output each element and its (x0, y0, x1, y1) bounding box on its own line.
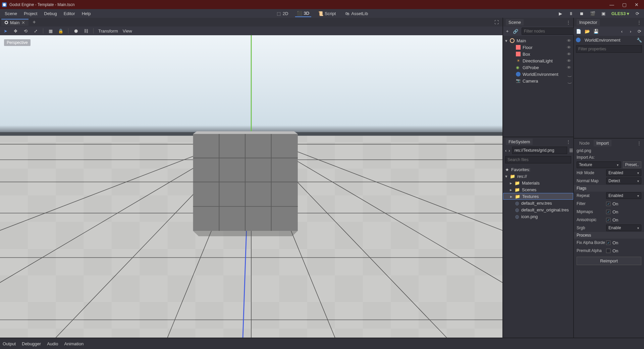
inspector-tab[interactable]: Inspector (577, 19, 600, 26)
visibility-icon[interactable]: 👁 (567, 58, 571, 63)
visibility-icon[interactable]: 👁 (567, 65, 571, 70)
reimport-button[interactable]: Reimport (577, 257, 641, 265)
scale-tool[interactable]: ⤢ (33, 28, 38, 34)
import-tab[interactable]: Import (594, 140, 611, 146)
fs-root[interactable]: ▾📁res:// (503, 173, 573, 180)
pause-button[interactable]: ⏸ (569, 11, 574, 16)
checkbox[interactable] (606, 249, 610, 253)
bottom-debugger[interactable]: Debugger (22, 341, 41, 346)
save-resource-icon[interactable]: 💾 (593, 29, 599, 34)
scene-node-camera[interactable]: 📷Camera‿ (503, 78, 573, 84)
fs-search-input[interactable] (505, 156, 571, 163)
minimize-button[interactable]: — (609, 2, 614, 7)
inspector-object-row[interactable]: WorldEnvironment 🔧 (574, 36, 644, 44)
scene-node-giprobe[interactable]: ◉GIProbe👁 (503, 64, 573, 71)
renderer-dropdown[interactable]: GLES3 ▾ (611, 11, 629, 16)
select-tool[interactable]: ➤ (3, 28, 8, 34)
workspace-2d[interactable]: ⬚2D (274, 10, 290, 17)
preset-button[interactable]: Preset.. (623, 161, 641, 168)
transform-menu[interactable]: Transform (98, 29, 118, 34)
scene-node-worldenvironment[interactable]: WorldEnvironment‿ (503, 71, 573, 78)
stop-button[interactable]: ⏹ (579, 11, 585, 16)
camera-override-icon[interactable]: ⬢ (73, 28, 78, 34)
snap-toggle[interactable]: 🔒 (58, 28, 63, 34)
dropdown[interactable]: Enabled (606, 192, 641, 199)
video-driver-icon[interactable]: ⟳ (635, 11, 640, 16)
viewport-3d[interactable]: Perspective (0, 35, 502, 338)
scene-node-box[interactable]: Box👁 (503, 51, 573, 57)
dropdown[interactable]: Enable (606, 225, 641, 231)
distraction-free-icon[interactable]: ⛶ (494, 19, 499, 25)
history-back-icon[interactable]: ‹ (619, 29, 625, 34)
visibility-icon[interactable]: 👁 (567, 52, 571, 57)
local-space-toggle[interactable]: ▦ (48, 28, 53, 34)
tool-icon[interactable]: 🔧 (637, 38, 642, 43)
menu-help[interactable]: Help (78, 11, 94, 16)
close-button[interactable]: ✕ (635, 2, 639, 7)
menu-debug[interactable]: Debug (41, 11, 60, 16)
fs-back-icon[interactable]: ‹ (505, 148, 506, 153)
rotate-tool[interactable]: ⟲ (23, 28, 28, 34)
history-menu-icon[interactable]: ⟳ (637, 29, 642, 34)
new-tab-button[interactable]: + (30, 19, 38, 25)
scene-node-main[interactable]: ▾Main👁 (503, 37, 573, 44)
bottom-animation[interactable]: Animation (64, 341, 84, 346)
filesystem-menu-icon[interactable]: ⋮ (566, 139, 571, 144)
load-resource-icon[interactable]: 📂 (585, 29, 590, 34)
visibility-icon[interactable]: 👁 (567, 38, 571, 43)
menu-editor[interactable]: Editor (60, 11, 78, 16)
play-custom-button[interactable]: ▣ (601, 11, 606, 16)
checkbox[interactable] (606, 210, 610, 214)
move-tool[interactable]: ✥ (13, 28, 18, 34)
node-tab[interactable]: Node (577, 140, 592, 146)
dropdown[interactable]: Enabled (606, 169, 641, 176)
add-node-icon[interactable]: ＋ (505, 29, 509, 34)
fs-view-mode-icon[interactable]: ☰ (569, 148, 573, 153)
scene-tree[interactable]: ▾Main👁Floor👁Box👁☀DirectionalLight👁◉GIPro… (503, 36, 573, 137)
filesystem-tab[interactable]: FileSystem (506, 139, 533, 145)
new-resource-icon[interactable]: 📄 (576, 29, 581, 34)
perspective-badge[interactable]: Perspective (4, 39, 31, 46)
close-tab-icon[interactable]: ✕ (21, 20, 25, 25)
scene-node-directionallight[interactable]: ☀DirectionalLight👁 (503, 57, 573, 64)
checkbox[interactable] (606, 241, 610, 245)
inspector-menu-icon[interactable]: ⋮ (637, 20, 641, 25)
bottom-output[interactable]: Output (3, 341, 16, 346)
fs-file-default_env-tres[interactable]: ◎default_env.tres (503, 200, 573, 206)
workspace-script[interactable]: 📜Script (316, 10, 338, 17)
listen-icon[interactable]: ⛓ (83, 28, 89, 34)
workspace-3d[interactable]: ⬛3D (295, 10, 311, 17)
scene-panel-menu-icon[interactable]: ⋮ (566, 20, 571, 25)
checkbox[interactable] (606, 218, 610, 222)
fs-path-input[interactable] (512, 147, 567, 154)
workspace-assetlib[interactable]: 🛍AssetLib (342, 10, 370, 17)
scene-node-floor[interactable]: Floor👁 (503, 44, 573, 51)
instance-icon[interactable]: 🔗 (513, 29, 518, 34)
view-menu[interactable]: View (123, 29, 132, 34)
fs-file-icon-png[interactable]: ◎icon.png (503, 213, 573, 220)
fs-folder-textures[interactable]: ▸📁Textures (503, 193, 573, 200)
filter-properties-input[interactable] (576, 45, 642, 53)
fs-folder-materials[interactable]: ▸📁Materials (503, 180, 573, 186)
preview-icon[interactable]: ‿ (568, 72, 571, 77)
menu-project[interactable]: Project (20, 11, 41, 16)
scene-tab-main[interactable]: Main ✕ (1, 19, 29, 26)
fs-favorites[interactable]: ★Favorites: (503, 166, 573, 173)
preview-icon[interactable]: ‿ (568, 79, 571, 84)
dropdown[interactable]: Detect (606, 178, 641, 184)
fs-tree[interactable]: ★Favorites:▾📁res://▸📁Materials▸📁Scenes▸📁… (503, 165, 573, 338)
fs-file-default_env_original-tres[interactable]: ◎default_env_original.tres (503, 206, 573, 213)
bottom-audio[interactable]: Audio (47, 341, 58, 346)
fs-forward-icon[interactable]: › (508, 148, 510, 153)
visibility-icon[interactable]: 👁 (567, 45, 571, 50)
checkbox[interactable] (606, 202, 610, 206)
menu-scene[interactable]: Scene (1, 11, 20, 16)
play-button[interactable]: ▶ (558, 11, 563, 16)
filter-nodes-input[interactable] (522, 28, 577, 35)
import-type-dropdown[interactable]: Texture (577, 161, 621, 168)
play-scene-button[interactable]: 🎬 (590, 11, 595, 16)
fs-folder-scenes[interactable]: ▸📁Scenes (503, 186, 573, 193)
scene-tab[interactable]: Scene (506, 19, 524, 26)
import-menu-icon[interactable]: ⋮ (637, 141, 641, 146)
maximize-button[interactable]: ▢ (622, 2, 627, 7)
